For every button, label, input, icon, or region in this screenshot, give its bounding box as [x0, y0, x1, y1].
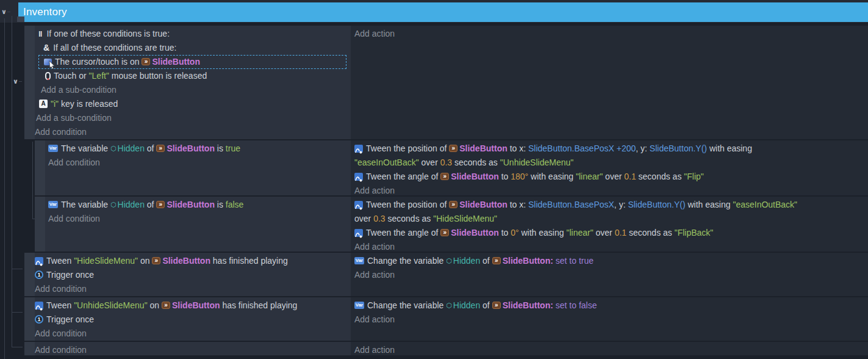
- add-condition-link[interactable]: Add condition: [35, 125, 351, 139]
- action-set-variable[interactable]: VarChange the variable ⬡Hidden of »Slide…: [351, 299, 868, 313]
- condition-variable-compare[interactable]: VarThe variable ⬡Hidden of »SlideButton …: [45, 142, 351, 156]
- add-action-link[interactable]: Add action: [351, 268, 868, 282]
- text-segment: , y:: [614, 200, 628, 209]
- instance-variable-icon: ⬡: [110, 142, 117, 156]
- conditions-panel[interactable]: VarThe variable ⬡Hidden of »SlideButton …: [45, 140, 351, 195]
- text-segment: Add condition: [35, 345, 87, 355]
- text-segment: "i": [51, 99, 59, 109]
- or-block-header[interactable]: ‖If one of these conditions is true:: [35, 27, 351, 41]
- add-condition-link[interactable]: Add condition: [35, 343, 351, 357]
- text-segment: SlideButton.BasePosX +200: [528, 143, 636, 153]
- text-segment: "UnhideSlideMenu": [74, 300, 147, 310]
- text-segment: SlideButton: [152, 57, 200, 67]
- action-tween-angle[interactable]: Tween the angle of »SlideButton to 180° …: [351, 170, 868, 184]
- text-segment: SlideButton: [503, 256, 551, 266]
- action-tween-position-wrap[interactable]: over 0.3 seconds as "HideSlideMenu": [351, 212, 868, 226]
- text-segment: true: [226, 143, 240, 153]
- text-segment: Hidden: [453, 256, 480, 266]
- conditions-panel[interactable]: VarThe variable ⬡Hidden of »SlideButton …: [45, 197, 351, 252]
- chevron-down-icon[interactable]: ∨: [13, 78, 18, 84]
- event-margin[interactable]: [35, 197, 45, 252]
- text-segment: set to true: [553, 256, 594, 266]
- add-sub-condition-link[interactable]: Add a sub-condition: [35, 111, 351, 125]
- conditions-panel[interactable]: Add condition: [35, 342, 351, 355]
- conditions-panel[interactable]: Tween "UnhideSlideMenu" on »SlideButton …: [35, 297, 351, 341]
- actions-panel[interactable]: Tween the position of »SlideButton to x:…: [351, 197, 868, 252]
- condition-key-released[interactable]: A"i" key is released: [35, 97, 351, 111]
- object-icon: »: [449, 201, 457, 208]
- conditions-panel[interactable]: Tween "HideSlideMenu" on »SlideButton ha…: [35, 253, 351, 296]
- condition-cursor-on-object[interactable]: The cursor/touch is on »SlideButton: [35, 55, 351, 69]
- object-icon: »: [142, 58, 150, 65]
- text-segment: has finished playing: [220, 300, 298, 310]
- text-segment: with easing: [707, 143, 752, 153]
- condition-tween-finished[interactable]: Tween "UnhideSlideMenu" on »SlideButton …: [35, 299, 351, 313]
- text-segment: Add condition: [35, 284, 87, 294]
- add-action-link[interactable]: Add action: [351, 184, 868, 198]
- text-segment: 180°: [511, 172, 528, 181]
- actions-panel[interactable]: Tween the position of »SlideButton to x:…: [351, 140, 868, 195]
- text-segment: Add a sub-condition: [36, 113, 112, 123]
- or-icon: ‖: [38, 27, 42, 41]
- add-action-link[interactable]: Add action: [351, 240, 868, 254]
- action-tween-position[interactable]: Tween the position of »SlideButton to x:…: [351, 142, 868, 156]
- action-tween-angle[interactable]: Tween the angle of »SlideButton to 0° wi…: [351, 226, 868, 240]
- actions-panel[interactable]: VarChange the variable ⬡Hidden of »Slide…: [351, 253, 868, 296]
- event-margin[interactable]: [24, 26, 35, 139]
- gutter-notch: [17, 16, 24, 22]
- text-segment: Tween: [46, 300, 74, 310]
- text-segment: Trigger once: [46, 314, 94, 324]
- tween-icon: [354, 229, 363, 237]
- variable-icon: Var: [354, 257, 364, 264]
- text-segment: SlideButton: [451, 172, 499, 181]
- actions-panel[interactable]: Add action: [351, 342, 868, 355]
- trigger-once-icon: 1: [35, 315, 43, 324]
- condition-trigger-once[interactable]: 1Trigger once: [35, 313, 351, 327]
- text-segment: with easing: [686, 200, 733, 209]
- add-sub-condition-link[interactable]: Add a sub-condition: [35, 83, 351, 97]
- text-segment: 0°: [511, 228, 518, 238]
- add-condition-link[interactable]: Add condition: [45, 212, 351, 226]
- text-segment: SlideButton: [162, 256, 210, 266]
- add-condition-link[interactable]: Add condition: [35, 327, 351, 341]
- object-icon: »: [492, 257, 501, 264]
- tree-guide-elbow: [12, 269, 23, 269]
- add-condition-link[interactable]: Add condition: [45, 156, 351, 170]
- condition-trigger-once[interactable]: 1Trigger once: [35, 268, 351, 282]
- add-action-link[interactable]: Add action: [351, 343, 868, 357]
- event-block: Tween "UnhideSlideMenu" on »SlideButton …: [24, 297, 868, 341]
- mouse-icon: [45, 72, 51, 80]
- and-block-header[interactable]: &If all of these conditions are true:: [35, 41, 351, 55]
- text-segment: Hidden: [118, 143, 145, 153]
- instance-variable-icon: ⬡: [446, 299, 452, 313]
- add-action-link[interactable]: Add action: [351, 313, 868, 327]
- text-segment: mouse button is released: [109, 71, 207, 81]
- actions-panel[interactable]: VarChange the variable ⬡Hidden of »Slide…: [351, 297, 868, 341]
- chevron-down-icon[interactable]: ∨: [1, 9, 7, 15]
- sheet-title-bar[interactable]: Inventory: [18, 2, 868, 22]
- add-action-link[interactable]: Add action: [351, 27, 868, 41]
- action-tween-position-wrap[interactable]: "easeInOutBack" over 0.3 seconds as "Unh…: [351, 156, 868, 170]
- actions-panel[interactable]: Add action: [351, 26, 868, 139]
- text-segment: 0.1: [615, 228, 626, 238]
- event-margin[interactable]: [24, 297, 35, 341]
- instance-variable-icon: ⬡: [110, 198, 117, 212]
- event-margin[interactable]: [24, 342, 35, 355]
- action-tween-position[interactable]: Tween the position of »SlideButton to x:…: [351, 198, 868, 212]
- condition-mouse-button-released[interactable]: Touch or "Left" mouse button is released: [35, 69, 351, 83]
- event-margin[interactable]: [35, 140, 45, 195]
- text-segment: on: [148, 300, 162, 310]
- condition-tween-finished[interactable]: Tween "HideSlideMenu" on »SlideButton ha…: [35, 254, 351, 268]
- event-margin[interactable]: [24, 253, 35, 296]
- add-condition-link[interactable]: Add condition: [35, 282, 351, 296]
- text-segment: "HideSlideMenu": [74, 256, 138, 266]
- text-segment: "HideSlideMenu": [433, 214, 497, 223]
- action-set-variable[interactable]: VarChange the variable ⬡Hidden of »Slide…: [351, 254, 868, 268]
- condition-variable-compare[interactable]: VarThe variable ⬡Hidden of »SlideButton …: [45, 198, 351, 212]
- conditions-panel[interactable]: ‖If one of these conditions is true:&If …: [35, 26, 351, 139]
- sub-event-block: VarThe variable ⬡Hidden of »SlideButton …: [35, 140, 868, 195]
- text-segment: "FlipBack": [675, 228, 714, 238]
- text-segment: , y:: [636, 143, 650, 153]
- text-segment: SlideButton.BasePosX: [528, 200, 614, 209]
- text-segment: The cursor/touch is on: [55, 57, 142, 67]
